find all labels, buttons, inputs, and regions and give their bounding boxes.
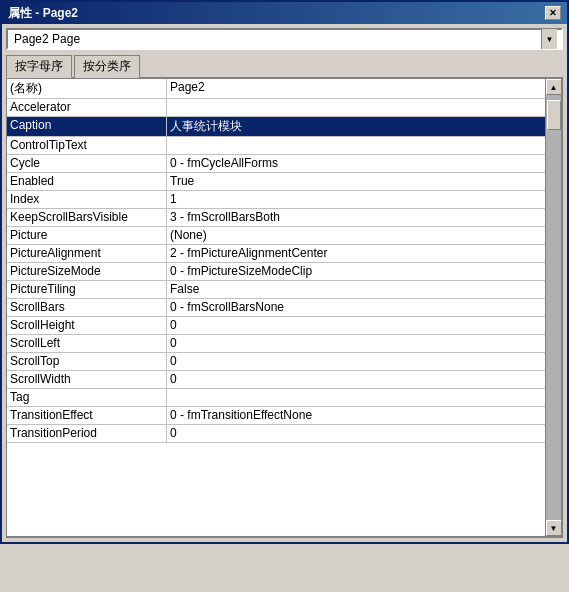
close-button[interactable]: ✕ [545,6,561,20]
table-row[interactable]: EnabledTrue [7,173,545,191]
table-row[interactable]: ScrollTop0 [7,353,545,371]
table-row[interactable]: Index1 [7,191,545,209]
prop-value-cell [167,99,545,116]
prop-value-cell: 0 [167,371,545,388]
prop-value-cell: 0 - fmCycleAllForms [167,155,545,172]
dropdown-value: Page2 Page [12,32,541,46]
window-title: 属性 - Page2 [8,5,78,22]
table-row[interactable]: PictureTilingFalse [7,281,545,299]
table-row[interactable]: TransitionEffect0 - fmTransitionEffectNo… [7,407,545,425]
prop-value-cell: 0 [167,335,545,352]
prop-value-cell: (None) [167,227,545,244]
table-row[interactable]: ControlTipText [7,137,545,155]
title-bar: 属性 - Page2 ✕ [2,2,567,24]
prop-name-cell: Tag [7,389,167,406]
prop-value-cell: 0 - fmPictureSizeModeClip [167,263,545,280]
table-row[interactable]: Cycle0 - fmCycleAllForms [7,155,545,173]
prop-value-cell: True [167,173,545,190]
table-row[interactable]: KeepScrollBarsVisible3 - fmScrollBarsBot… [7,209,545,227]
prop-name-cell: PictureAlignment [7,245,167,262]
prop-name-cell: TransitionEffect [7,407,167,424]
table-row[interactable]: Picture (None) [7,227,545,245]
prop-name-cell: KeepScrollBarsVisible [7,209,167,226]
properties-table[interactable]: (名称)Page2AcceleratorCaption人事统计模块Control… [7,79,545,536]
prop-value-cell: 1 [167,191,545,208]
dropdown-row: Page2 Page ▼ [6,28,563,50]
prop-name-cell: ScrollWidth [7,371,167,388]
prop-name-cell: ControlTipText [7,137,167,154]
scroll-track[interactable] [546,95,562,520]
prop-name-cell: PictureSizeMode [7,263,167,280]
table-row[interactable]: ScrollBars0 - fmScrollBarsNone [7,299,545,317]
tabs-row: 按字母序 按分类序 [6,54,563,78]
prop-value-cell: 0 [167,425,545,442]
title-bar-controls: ✕ [545,6,561,20]
prop-value-cell [167,389,545,406]
table-row[interactable]: ScrollHeight0 [7,317,545,335]
table-row[interactable]: (名称)Page2 [7,79,545,99]
table-row[interactable]: PictureSizeMode0 - fmPictureSizeModeClip [7,263,545,281]
prop-value-cell: 0 - fmTransitionEffectNone [167,407,545,424]
dropdown-arrow-icon[interactable]: ▼ [541,29,557,49]
table-row[interactable]: Accelerator [7,99,545,117]
scrollbar: ▲ ▼ [545,79,561,536]
table-row[interactable]: Caption人事统计模块 [7,117,545,137]
tab-categorized[interactable]: 按分类序 [74,55,140,78]
prop-value-cell: 0 - fmScrollBarsNone [167,299,545,316]
properties-table-container: (名称)Page2AcceleratorCaption人事统计模块Control… [6,78,563,538]
window-content: Page2 Page ▼ 按字母序 按分类序 (名称)Page2Accelera… [2,24,567,542]
table-row[interactable]: TransitionPeriod0 [7,425,545,443]
prop-name-cell: ScrollTop [7,353,167,370]
prop-name-cell: Index [7,191,167,208]
prop-name-cell: Accelerator [7,99,167,116]
prop-name-cell: ScrollHeight [7,317,167,334]
prop-name-cell: Caption [7,117,167,136]
prop-value-cell: 0 [167,353,545,370]
object-dropdown[interactable]: Page2 Page ▼ [6,28,563,50]
table-row[interactable]: PictureAlignment2 - fmPictureAlignmentCe… [7,245,545,263]
prop-value-cell: 3 - fmScrollBarsBoth [167,209,545,226]
scroll-up-button[interactable]: ▲ [546,79,562,95]
prop-value-cell: Page2 [167,79,545,98]
prop-value-cell: 0 [167,317,545,334]
scroll-thumb[interactable] [547,100,561,130]
scroll-down-button[interactable]: ▼ [546,520,562,536]
table-row[interactable]: Tag [7,389,545,407]
table-row[interactable]: ScrollLeft0 [7,335,545,353]
table-row[interactable]: ScrollWidth0 [7,371,545,389]
prop-value-cell: 2 - fmPictureAlignmentCenter [167,245,545,262]
prop-value-cell: False [167,281,545,298]
prop-value-cell: 人事统计模块 [167,117,545,136]
prop-name-cell: (名称) [7,79,167,98]
properties-window: 属性 - Page2 ✕ Page2 Page ▼ 按字母序 按分类序 [0,0,569,544]
tab-alphabetical[interactable]: 按字母序 [6,55,72,78]
prop-name-cell: PictureTiling [7,281,167,298]
prop-name-cell: Enabled [7,173,167,190]
prop-name-cell: ScrollLeft [7,335,167,352]
prop-value-cell [167,137,545,154]
prop-name-cell: ScrollBars [7,299,167,316]
prop-name-cell: Picture [7,227,167,244]
prop-name-cell: Cycle [7,155,167,172]
prop-name-cell: TransitionPeriod [7,425,167,442]
